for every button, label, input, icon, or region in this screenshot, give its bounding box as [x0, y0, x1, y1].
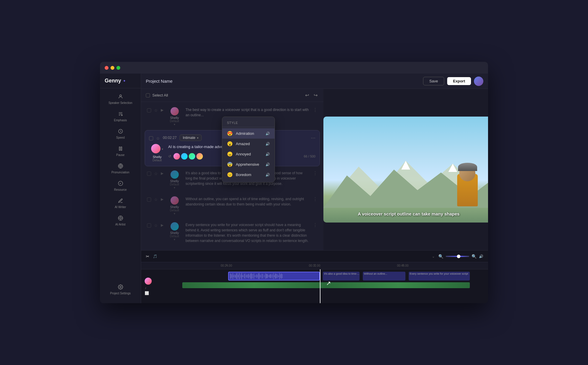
dropdown-item-annoyed[interactable]: 😠 Annoyed 🔊 — [222, 149, 275, 159]
chevron-down-controls: ⌄ — [432, 254, 435, 258]
redo-button[interactable]: ↪ — [313, 91, 319, 99]
maximize-button[interactable] — [116, 66, 120, 70]
amazed-volume-icon[interactable]: 🔊 — [265, 142, 270, 146]
ruler-mark-24: 00:24.00 — [182, 264, 270, 267]
speaker-avatar — [171, 222, 179, 230]
item-text: Every sentence you write for your voiceo… — [186, 222, 310, 243]
speaker-info: Shelly Default ▾ — [166, 107, 183, 126]
item-checkbox[interactable] — [147, 172, 151, 176]
amazed-emoji: 😮 — [227, 141, 233, 147]
zoom-in-icon[interactable]: 🔍 — [472, 254, 477, 259]
clip-label: Without an outline... — [363, 272, 406, 276]
active-speaker-avatar — [151, 144, 161, 153]
clip-normal-3[interactable]: Every sentence you write for your voiceo… — [409, 272, 470, 281]
export-button[interactable]: Export — [447, 77, 471, 85]
preview-panel: A voiceover script outline can take many… — [323, 89, 488, 250]
ai-writer-icon — [118, 198, 123, 204]
ai-artist-icon — [118, 215, 123, 222]
selected-clip[interactable] — [228, 272, 320, 281]
speaker-avatar — [171, 107, 179, 115]
music-icon[interactable]: 🎵 — [153, 254, 157, 258]
volume-icon[interactable]: 🔊 — [479, 254, 483, 258]
dropdown-item-apprehensive[interactable]: 😨 Apprehensive 🔊 — [222, 159, 275, 170]
speaker-arrow[interactable]: ▾ — [162, 147, 163, 151]
sidebar-item-speed[interactable]: Speed — [102, 126, 138, 142]
svg-point-6 — [120, 217, 121, 219]
sidebar-item-resource[interactable]: Resource — [102, 178, 138, 195]
undo-redo-controls: ↩ ↪ — [304, 91, 319, 99]
traffic-lights — [105, 66, 120, 70]
admiration-volume-icon[interactable]: 🔊 — [265, 132, 270, 136]
sidebar-item-ai-artist[interactable]: AI Artist — [102, 213, 138, 229]
music-track-icon: ♪ — [145, 286, 146, 290]
more-icon[interactable]: ⋮ — [313, 107, 318, 113]
clip-normal-2[interactable]: Without an outline... — [363, 272, 406, 281]
user-avatar[interactable] — [474, 77, 483, 86]
sidebar-item-speaker-selection[interactable]: Speaker Selection — [102, 91, 138, 108]
sidebar-item-emphasis[interactable]: Emphasis — [102, 108, 138, 125]
header-actions: Save Export — [423, 77, 483, 86]
more-icon[interactable]: ⋮ — [313, 170, 318, 176]
video-preview: A voiceover script outline can take many… — [323, 117, 488, 223]
zoom-out-icon[interactable]: 🔍 — [438, 254, 443, 259]
active-star-icon: ☆ — [156, 136, 160, 141]
dropdown-header: Style — [222, 119, 275, 127]
item-text: The best way to create a voiceover scrip… — [186, 107, 310, 118]
boredom-volume-icon[interactable]: 🔊 — [265, 173, 270, 177]
speaker-role: Default — [170, 120, 179, 123]
active-checkbox[interactable] — [149, 136, 153, 140]
sidebar-item-label-speed: Speed — [116, 136, 125, 140]
sidebar-item-ai-writer[interactable]: AI Writer — [102, 195, 138, 212]
play-icon[interactable]: ▶ — [161, 108, 163, 112]
star-icon: ☆ — [154, 223, 158, 228]
style-badge[interactable]: Intimate ▾ — [180, 135, 202, 141]
boredom-text: Boredom — [236, 172, 263, 177]
sidebar-item-pronunciation[interactable]: Pronunciation — [102, 160, 138, 177]
speaker-selection-icon — [118, 94, 123, 100]
script-item[interactable]: ☆ ▶ Shelly Default ▾ Every sentence you … — [145, 219, 320, 246]
undo-button[interactable]: ↩ — [304, 91, 310, 99]
cut-icon[interactable]: ✂ — [146, 254, 149, 259]
play-icon[interactable]: ▶ — [161, 171, 163, 175]
sidebar-item-label-pronunciation: Pronunciation — [111, 171, 129, 174]
sidebar-item-project-settings[interactable]: Project Settings — [102, 281, 138, 298]
item-checkbox[interactable] — [147, 223, 151, 228]
item-checkbox[interactable] — [147, 198, 151, 202]
play-icon[interactable]: ▶ — [161, 223, 163, 227]
more-icon[interactable]: ⋮ — [313, 196, 318, 202]
expand-icon[interactable]: ▾ — [174, 186, 175, 189]
active-time: 00:02:27 — [163, 136, 177, 140]
music-clip[interactable] — [182, 282, 470, 288]
close-button[interactable] — [105, 66, 108, 70]
dropdown-item-admiration[interactable]: 😍 Admiration 🔊 — [222, 128, 275, 139]
select-all-label[interactable]: Select All — [146, 93, 168, 97]
save-button[interactable]: Save — [423, 77, 444, 85]
select-all-checkbox[interactable] — [146, 93, 150, 97]
apprehensive-volume-icon[interactable]: 🔊 — [265, 162, 270, 167]
script-item[interactable]: ☆ ▶ Shelly Default ▾ Without an outline,… — [145, 193, 320, 218]
logo-text: Genny — [105, 78, 121, 84]
more-icon[interactable]: ⋮ — [313, 222, 318, 228]
expand-icon[interactable]: ▾ — [174, 238, 175, 241]
video-subtitle: A voiceover script outline can take many… — [323, 211, 488, 217]
zoom-slider[interactable] — [446, 256, 469, 257]
speaker-role: Default — [170, 183, 179, 186]
speaker-name: Shelly — [170, 179, 179, 183]
item-checkbox[interactable] — [147, 108, 151, 112]
expand-icon[interactable]: ▾ — [174, 212, 175, 215]
sidebar: Genny ✦ Speaker Selection Emphasis S — [100, 74, 141, 303]
dropdown-item-boredom[interactable]: 😐 Boredom 🔊 — [222, 170, 275, 180]
dropdown-item-amazed[interactable]: 😮 Amazed 🔊 — [222, 139, 275, 149]
annoyed-volume-icon[interactable]: 🔊 — [265, 152, 270, 156]
clip-normal-1[interactable]: It's also a good idea to time-... — [323, 272, 360, 281]
hist-avatar-1 — [173, 153, 180, 160]
minimize-button[interactable] — [111, 66, 114, 70]
chevron-down-icon[interactable]: ⌄ — [432, 254, 435, 258]
sidebar-item-pause[interactable]: Pause — [102, 143, 138, 160]
project-settings-icon — [118, 284, 123, 291]
style-dropdown: Style 😍 Admiration 🔊 😮 Amazed 🔊 😠 Annoye… — [222, 117, 275, 182]
expand-icon[interactable]: ▾ — [174, 123, 175, 126]
play-icon[interactable]: ▶ — [161, 197, 163, 201]
active-more-icon[interactable]: ⋯ — [311, 135, 315, 141]
svg-point-0 — [120, 95, 121, 97]
